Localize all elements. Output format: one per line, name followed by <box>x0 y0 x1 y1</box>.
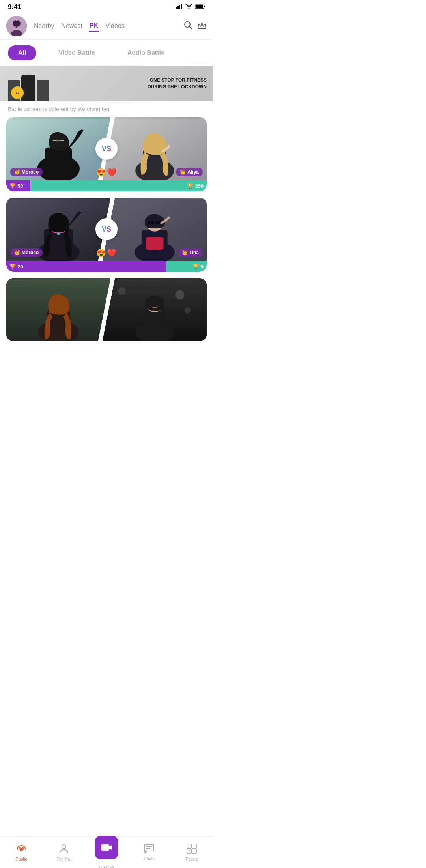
svg-rect-1 <box>178 6 179 9</box>
svg-rect-7 <box>196 5 203 8</box>
right-name-1: 👑 Aliya <box>176 168 203 176</box>
emoji-reaction-2: 😍❤️ <box>96 248 117 258</box>
battery-icon <box>195 3 205 11</box>
vs-circle-1: VS <box>95 138 118 160</box>
left-name-2: 👑 Moroco <box>10 248 43 257</box>
tab-videos[interactable]: Videos <box>105 21 125 31</box>
svg-rect-6 <box>204 6 205 7</box>
svg-rect-17 <box>45 148 72 173</box>
crown-tag-r-1: 👑 <box>180 169 186 175</box>
svg-point-44 <box>184 307 191 314</box>
svg-line-13 <box>189 26 192 29</box>
svg-point-27 <box>57 233 60 235</box>
battle-images-1: VS 👑 Moroco 👑 Aliya 😍❤️ <box>6 117 207 180</box>
gold-gym-logo: G <box>11 86 24 99</box>
tab-newest[interactable]: Newest <box>61 21 83 31</box>
battle-right-3 <box>103 278 207 341</box>
vs-circle-2: VS <box>95 218 118 240</box>
header: Nearby Newest PK Videos <box>0 13 213 40</box>
battle-left-3 <box>6 278 110 341</box>
svg-point-45 <box>118 287 126 295</box>
left-name-1: 👑 Moroco <box>10 168 43 176</box>
svg-rect-2 <box>179 5 180 9</box>
svg-rect-41 <box>144 311 165 335</box>
header-icons <box>184 21 207 32</box>
status-bar: 9:41 <box>0 0 213 13</box>
main-content: All Video Battle Audio Battle G ONE STOP… <box>0 40 213 373</box>
filter-bar: All Video Battle Audio Battle <box>0 40 213 66</box>
tab-nearby[interactable]: Nearby <box>33 21 55 31</box>
filter-audio-battle[interactable]: Audio Battle <box>117 45 175 60</box>
battle-card-2[interactable]: VS 👑 Moroco 👑 Tina 😍❤️ 🏆20 🏆5 <box>6 198 207 272</box>
svg-rect-3 <box>181 4 182 9</box>
status-icons <box>176 3 205 11</box>
nav-tabs: Nearby Newest PK Videos <box>33 21 178 32</box>
battle-images-3: VS <box>6 278 207 341</box>
battle-images-2: VS 👑 Moroco 👑 Tina 😍❤️ <box>6 198 207 261</box>
svg-rect-14 <box>198 28 206 29</box>
time: 9:41 <box>8 3 21 11</box>
crown-tag-1: 👑 <box>14 169 20 175</box>
score-right-1: 🏆350 <box>30 180 207 191</box>
search-icon[interactable] <box>184 21 192 32</box>
crown-icon[interactable] <box>197 21 207 32</box>
svg-rect-0 <box>176 7 177 9</box>
banner-text: ONE STOP FOR FITNESSDURING THE LOCKDOWN <box>148 77 207 90</box>
tab-pk[interactable]: PK <box>89 21 99 32</box>
emoji-reaction-1: 😍❤️ <box>96 168 117 177</box>
svg-point-43 <box>175 290 184 299</box>
score-bar-1: 🏆50 🏆350 <box>6 180 207 191</box>
banner[interactable]: G ONE STOP FOR FITNESSDURING THE LOCKDOW… <box>0 66 213 101</box>
filter-video-battle[interactable]: Video Battle <box>48 45 105 60</box>
right-name-2: 👑 Tina <box>178 248 203 257</box>
battle-card-3[interactable]: VS <box>6 278 207 341</box>
score-right-2: 🏆5 <box>166 261 207 272</box>
signal-icon <box>176 3 183 11</box>
svg-rect-32 <box>148 221 154 224</box>
user-avatar[interactable] <box>6 16 27 36</box>
filter-all[interactable]: All <box>8 45 36 60</box>
score-left-2: 🏆20 <box>6 261 166 272</box>
battle-card-1[interactable]: VS 👑 Moroco 👑 Aliya 😍❤️ 🏆50 🏆350 <box>6 117 207 191</box>
score-bar-2: 🏆20 🏆5 <box>6 261 207 272</box>
score-left-1: 🏆50 <box>6 180 30 191</box>
wifi-icon <box>185 3 192 11</box>
hint-text: Battle content is different by switching… <box>0 101 213 117</box>
svg-point-4 <box>189 8 190 9</box>
